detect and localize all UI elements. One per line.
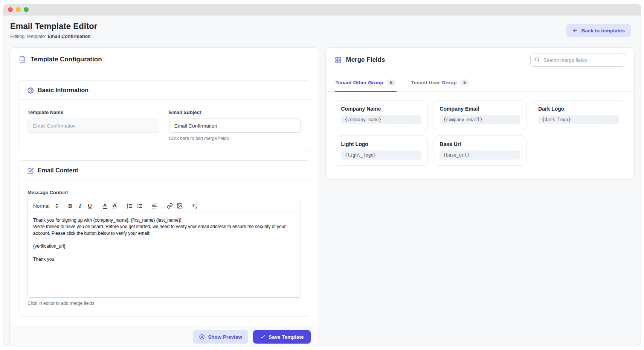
page-subtitle: Editing Template: Email Confirmation — [10, 34, 98, 39]
gear-icon — [27, 87, 34, 94]
rich-text-editor: Normal B I U — [27, 199, 301, 298]
page-title: Email Template Editor — [10, 21, 98, 31]
template-name-input[interactable] — [27, 119, 159, 133]
bold-button[interactable]: B — [66, 201, 75, 210]
merge-fields-header: Merge Fields — [326, 48, 635, 72]
merge-field-token: {company_email} — [440, 115, 520, 124]
editor-line — [33, 250, 295, 256]
highlight-color-icon: A — [112, 202, 117, 209]
merge-fields-title: Merge Fields — [346, 56, 385, 64]
merge-field-token: {light_logo} — [341, 151, 422, 160]
page-header: Email Template Editor Editing Template: … — [3, 15, 641, 43]
clear-formatting-button[interactable]: Tx — [190, 201, 200, 210]
template-name-label: Template Name — [27, 110, 159, 115]
show-preview-button[interactable]: Show Preview — [193, 330, 248, 344]
tab-tenant-user-group[interactable]: Tenant User Group 5 — [410, 72, 470, 92]
eye-icon — [199, 334, 205, 340]
email-subject-input[interactable] — [169, 119, 301, 133]
tab-count-badge: 5 — [387, 79, 396, 86]
email-content-title: Email Content — [38, 167, 78, 174]
main-content: Template Configuration Basic Information — [3, 43, 641, 346]
app-window: Email Template Editor Editing Template: … — [3, 4, 641, 346]
tab-count-badge: 5 — [460, 79, 469, 86]
merge-field-token: {base_url} — [440, 151, 520, 160]
align-left-icon — [151, 203, 158, 209]
email-content-body: Message Content Normal — [18, 180, 310, 317]
merge-field-card-company-name[interactable]: Company Name {company_name} — [335, 100, 428, 130]
clear-formatting-icon: Tx — [192, 202, 197, 209]
editor-helper: Click in editor to add merge fields — [27, 301, 301, 306]
back-to-templates-label: Back to templates — [581, 28, 625, 33]
template-name-field: Template Name — [27, 110, 159, 141]
ordered-list-button[interactable] — [125, 201, 135, 210]
grid-icon — [335, 56, 342, 63]
save-template-button[interactable]: Save Template — [253, 330, 311, 344]
bullet-list-icon — [136, 203, 143, 209]
check-icon — [260, 334, 266, 340]
editor-content-area[interactable]: Thank you for signing up with {company_n… — [28, 213, 301, 297]
back-to-templates-button[interactable]: Back to templates — [566, 24, 631, 37]
merge-field-card-base-url[interactable]: Base Url {base_url} — [433, 135, 526, 166]
tab-label: Tenant User Group — [411, 80, 456, 85]
merge-field-token: {dark_logo} — [538, 115, 619, 124]
show-preview-label: Show Preview — [208, 334, 242, 340]
bold-icon: B — [68, 203, 72, 209]
bullet-list-button[interactable] — [135, 201, 145, 210]
highlight-color-button[interactable]: A — [110, 201, 120, 210]
edit-pen-icon — [27, 167, 34, 174]
chevron-up-down-icon — [55, 203, 59, 208]
email-subject-label: Email Subject — [169, 110, 301, 115]
paragraph-style-select[interactable]: Normal — [32, 202, 60, 210]
merge-fields-grid: Company Name {company_name} Company Emai… — [326, 92, 635, 179]
template-configuration-header: Template Configuration — [10, 48, 319, 71]
merge-fields-panel: Merge Fields Tenant Other Group 5 Tenant… — [325, 47, 635, 180]
arrow-left-icon — [572, 27, 578, 33]
email-content-section: Email Content Message Content Normal — [18, 160, 310, 317]
editor-line: We're thrilled to have you on board. Bef… — [33, 224, 295, 237]
underline-button[interactable]: U — [85, 201, 95, 210]
merge-field-title: Company Email — [440, 106, 520, 112]
link-icon — [167, 203, 173, 209]
merge-field-title: Company Name — [341, 106, 422, 112]
maximize-window-button[interactable] — [24, 7, 29, 12]
editor-line — [33, 237, 295, 243]
italic-button[interactable]: I — [75, 201, 85, 210]
template-configuration-footer: Show Preview Save Template — [10, 325, 319, 346]
paragraph-style-value: Normal — [33, 203, 50, 209]
text-color-icon: A — [103, 203, 107, 209]
template-configuration-title: Template Configuration — [31, 56, 102, 63]
text-color-button[interactable]: A — [100, 201, 110, 210]
basic-information-header: Basic Information — [18, 81, 310, 100]
tab-tenant-other-group[interactable]: Tenant Other Group 5 — [335, 72, 397, 92]
merge-fields-search — [530, 53, 625, 67]
minimize-window-button[interactable] — [16, 7, 21, 12]
underline-icon: U — [88, 203, 92, 209]
merge-field-title: Light Logo — [341, 141, 422, 147]
ordered-list-icon — [127, 203, 133, 209]
editor-toolbar: Normal B I U — [28, 199, 301, 213]
email-subject-helper: Click here to add merge fields — [169, 136, 301, 141]
save-template-label: Save Template — [269, 334, 304, 340]
image-icon — [177, 203, 183, 209]
document-icon — [19, 56, 26, 63]
search-input[interactable] — [530, 53, 625, 67]
insert-link-button[interactable] — [165, 201, 175, 210]
window-titlebar — [3, 4, 641, 15]
merge-field-card-company-email[interactable]: Company Email {company_email} — [433, 100, 526, 130]
editor-line: {verification_url} — [33, 243, 295, 250]
message-content-label: Message Content — [27, 190, 301, 195]
template-configuration-panel: Template Configuration Basic Information — [9, 47, 319, 346]
merge-field-title: Dark Logo — [538, 106, 619, 112]
insert-image-button[interactable] — [175, 201, 185, 210]
merge-field-card-dark-logo[interactable]: Dark Logo {dark_logo} — [532, 100, 625, 130]
tab-label: Tenant Other Group — [336, 80, 383, 85]
basic-information-title: Basic Information — [38, 87, 89, 94]
merge-field-token: {company_name} — [341, 115, 422, 124]
subtitle-prefix: Editing Template: — [10, 34, 47, 39]
align-button[interactable] — [150, 201, 160, 210]
merge-field-card-light-logo[interactable]: Light Logo {light_logo} — [335, 135, 428, 166]
close-window-button[interactable] — [8, 7, 13, 12]
editor-line: Thank you for signing up with {company_n… — [33, 217, 295, 224]
merge-fields-tabs: Tenant Other Group 5 Tenant User Group 5 — [326, 72, 635, 92]
search-icon — [534, 57, 540, 62]
